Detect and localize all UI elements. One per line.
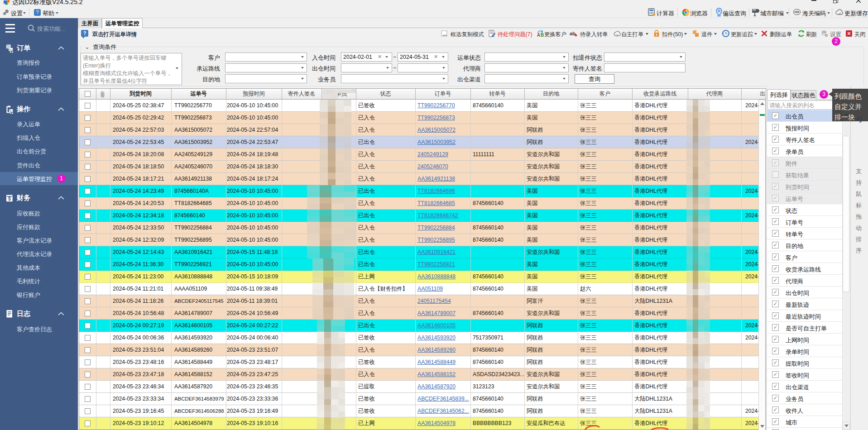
svg-text:B: B [541, 33, 544, 38]
svg-text:$: $ [8, 196, 11, 201]
svg-text:A: A [537, 33, 540, 38]
svg-text:ab: ab [570, 31, 575, 36]
